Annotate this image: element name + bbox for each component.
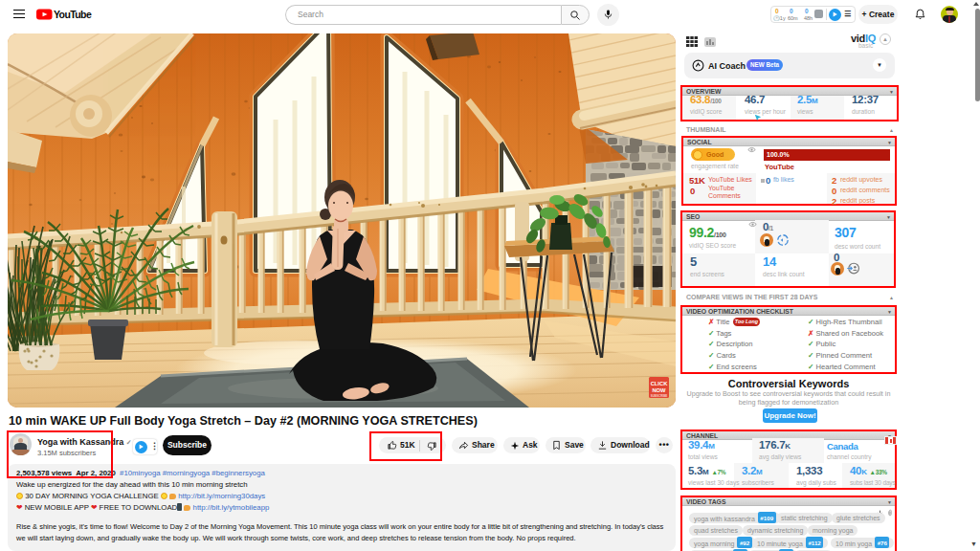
- svg-text:CLICK: CLICK: [651, 381, 669, 386]
- svg-text:YouTube: YouTube: [54, 9, 92, 20]
- svg-text:SUBSCRIBE: SUBSCRIBE: [651, 394, 668, 398]
- svg-text:NOW: NOW: [652, 387, 666, 393]
